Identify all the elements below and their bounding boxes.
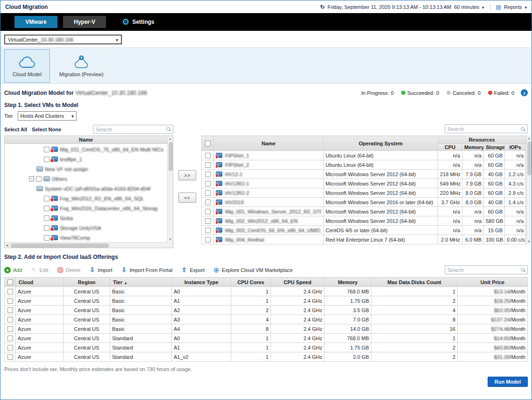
toolbar-button[interactable]: + Add xyxy=(4,267,22,273)
offering-checkbox[interactable] xyxy=(7,307,13,313)
vm-row[interactable]: HV12R2-1 Microsoft Windows Server 2012 (… xyxy=(202,179,526,188)
settings-button[interactable]: Settings xyxy=(122,18,154,26)
vm-row[interactable]: Mig_004_Redhat Red Hat Enterprise Linux … xyxy=(202,235,526,244)
vm-checkbox[interactable] xyxy=(205,237,211,243)
toolbar-button[interactable]: ⇩ Import From Portal xyxy=(121,267,173,273)
time-range-caret-icon[interactable] xyxy=(482,4,484,10)
scrollbar-thumb[interactable] xyxy=(527,142,532,175)
vm-row[interactable]: Mig_003_CentOS_56_EN_x86_64_UMID_2 CentO… xyxy=(202,226,526,235)
tree-item-checkbox[interactable] xyxy=(44,235,50,241)
tree-item-checkbox[interactable] xyxy=(44,157,50,162)
offering-row[interactable]: Azure Central US Standard A0 1 2.4 GHz 7… xyxy=(5,334,528,343)
vm-row[interactable]: FIPShel_1 Ubuntu Linux (64-bit) n/a n/a … xyxy=(202,151,526,160)
move-left-button[interactable]: << xyxy=(178,193,196,203)
offering-row[interactable]: Azure Central US Basic A2 2 2.4 GHz 3.5 … xyxy=(5,306,528,315)
collapse-icon[interactable] xyxy=(29,176,34,181)
tree-item[interactable]: Fog_Win2012_R2_EN_x86_64_SQL xyxy=(5,193,167,203)
tree-item[interactable]: testflpe_1 xyxy=(5,154,167,164)
migration-preview-tab[interactable]: Migration (Preview) xyxy=(58,49,104,83)
vm-row[interactable]: HV12-1 Microsoft Windows Server 2012 (64… xyxy=(202,170,526,179)
vm-checkbox[interactable] xyxy=(205,200,211,205)
offering-checkbox[interactable] xyxy=(7,317,13,322)
tree-horizontal-scrollbar[interactable] xyxy=(5,242,167,248)
reports-menu[interactable]: Reports xyxy=(504,4,522,10)
toolbar-button[interactable]: ⇧ Export xyxy=(181,267,205,273)
offering-row[interactable]: Azure Central US Basic A3 4 2.4 GHz 7.0 … xyxy=(5,315,528,324)
tree-item-checkbox[interactable] xyxy=(44,225,50,231)
offering-checkbox[interactable] xyxy=(7,289,13,294)
offering-checkbox[interactable] xyxy=(7,345,13,350)
vm-row[interactable]: Mig_002_Win2012_x86_64_EN Microsoft Wind… xyxy=(202,216,526,226)
vm-checkbox[interactable] xyxy=(205,162,211,168)
offering-checkbox[interactable] xyxy=(7,336,13,341)
time-range-label[interactable]: Friday, September 11, 2020 9:13:13 AM - … xyxy=(327,4,451,10)
toolbar-button[interactable]: ✎ Edit xyxy=(31,267,49,273)
scroll-up-icon[interactable] xyxy=(168,136,173,142)
offering-row[interactable]: Azure Central US Basic A0 1 2.4 GHz 768.… xyxy=(5,287,528,296)
vm-table-scrollbar[interactable] xyxy=(526,136,532,244)
vm-checkbox[interactable] xyxy=(205,190,211,196)
offering-row[interactable]: Azure Central US Standard A1_v2 1 2.4 GH… xyxy=(5,352,528,362)
tree-item[interactable]: System vDC (aFu8ISSa-a0da-4160-8204-d54f xyxy=(5,184,167,193)
move-right-button[interactable]: >> xyxy=(178,170,196,180)
offering-row[interactable]: Azure Central US Basic A4 8 2.4 GHz 14.0… xyxy=(5,324,528,334)
column-header-max-disks[interactable]: Max Data Disks Count xyxy=(371,278,458,287)
offering-checkbox[interactable] xyxy=(7,298,13,304)
tree-item-checkbox[interactable] xyxy=(44,147,50,152)
column-header-region[interactable]: Region xyxy=(64,278,110,287)
reports-caret-icon[interactable] xyxy=(525,4,527,10)
offerings-search-input[interactable] xyxy=(445,265,528,274)
tier-select[interactable]: Hosts And Clusters xyxy=(18,111,77,121)
tree-item[interactable]: Mig_011_CentOS_75_x86_64_EN Multi NICs xyxy=(5,144,167,154)
select-all-link[interactable]: Select All xyxy=(4,127,27,132)
toolbar-button[interactable]: ⊕ Explore Cloud VM Marketplace xyxy=(213,267,293,273)
tree-item-checkbox[interactable] xyxy=(44,206,50,211)
column-header-cpu-speed[interactable]: CPU Speed xyxy=(271,278,325,287)
vm-row[interactable]: HV2019 Microsoft Windows Server 2016 or … xyxy=(202,198,526,207)
tree-item[interactable]: Others xyxy=(5,174,167,184)
offering-row[interactable]: Azure Central US Standard A1 1 2.4 GHz 1… xyxy=(5,343,528,352)
select-none-link[interactable]: Select None xyxy=(32,127,61,132)
toolbar-button[interactable]: − Delete xyxy=(57,267,81,273)
offering-row[interactable]: Azure Central US Basic A1 1 2.4 GHz 1.75… xyxy=(5,296,528,306)
tree-item-checkbox[interactable] xyxy=(36,176,42,182)
column-header-cloud[interactable]: Cloud xyxy=(16,278,64,287)
vm-row[interactable]: FIPShel_2 Ubuntu Linux (64-bit) n/a n/a … xyxy=(202,160,526,170)
tree-search-input[interactable] xyxy=(93,125,173,134)
column-header-cpu-cores[interactable]: CPU Cores xyxy=(231,278,271,287)
tree-item-checkbox[interactable] xyxy=(44,215,50,221)
vm-checkbox[interactable] xyxy=(205,228,211,233)
virtualcenter-select[interactable]: VirtualCenter_10.30.180.166 xyxy=(4,35,122,44)
run-model-button[interactable]: Run Model xyxy=(488,377,528,387)
vm-checkbox[interactable] xyxy=(205,153,211,158)
tree-item-checkbox[interactable] xyxy=(44,196,50,201)
vm-row[interactable]: HV12R2-2 Microsoft Windows Server 2012 (… xyxy=(202,188,526,198)
tab-vmware[interactable]: VMware xyxy=(14,16,57,28)
vm-row[interactable]: Mig_001_Windows_Server_2012_R2_STD_E... … xyxy=(202,207,526,216)
time-duration-label[interactable]: 60 minutes xyxy=(454,4,479,10)
tree-item[interactable]: New VF not assign xyxy=(5,164,167,174)
offering-checkbox[interactable] xyxy=(7,326,13,332)
toolbar-button[interactable]: ⇩ Import xyxy=(89,267,112,273)
tree-item[interactable]: Storage UnityVSA xyxy=(5,223,167,233)
scroll-down-icon[interactable] xyxy=(168,236,173,242)
vm-search-input[interactable] xyxy=(445,124,528,133)
tree-item[interactable]: View78Comp xyxy=(5,233,167,242)
cloud-model-tab[interactable]: Cloud Model xyxy=(4,49,50,83)
scroll-right-icon[interactable] xyxy=(5,243,10,248)
select-all-offerings-checkbox[interactable] xyxy=(7,279,13,285)
column-header-unit-price[interactable]: Unit Price xyxy=(458,278,528,287)
tree-item[interactable]: Sinba xyxy=(5,213,167,223)
tab-hyperv[interactable]: Hyper-V xyxy=(63,16,106,28)
vm-checkbox[interactable] xyxy=(205,218,211,224)
scroll-down-icon[interactable] xyxy=(526,239,532,244)
tree-vertical-scrollbar[interactable] xyxy=(167,136,173,242)
info-icon[interactable] xyxy=(521,89,528,96)
vm-checkbox[interactable] xyxy=(205,181,211,186)
scrollbar-thumb[interactable] xyxy=(11,243,109,248)
column-header-tier[interactable]: Tier ▲ xyxy=(110,278,172,287)
vm-checkbox[interactable] xyxy=(205,171,211,177)
scrollbar-thumb[interactable] xyxy=(169,142,173,171)
scroll-up-icon[interactable] xyxy=(526,136,532,141)
tree-item[interactable]: Fog_Win2016_Datacenter_x86_64_Storag xyxy=(5,203,167,213)
